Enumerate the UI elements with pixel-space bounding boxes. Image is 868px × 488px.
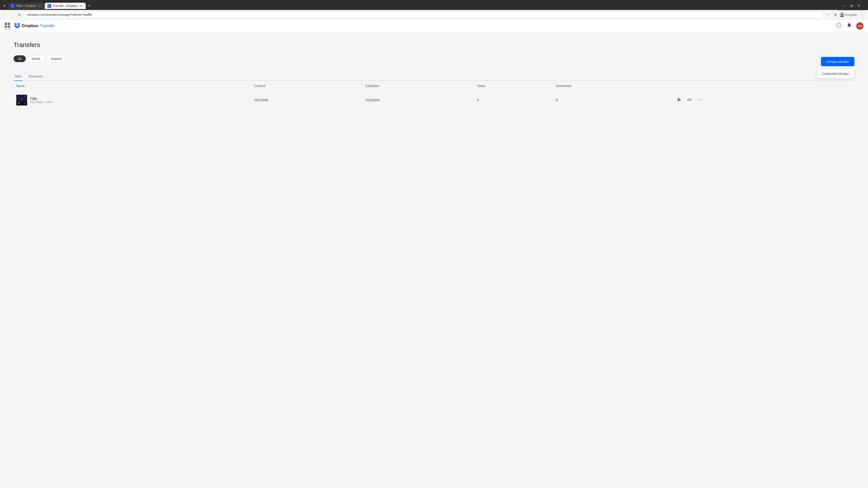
apps-menu-button[interactable] bbox=[4, 22, 10, 30]
svg-point-18 bbox=[18, 98, 18, 98]
svg-text:?: ? bbox=[838, 24, 840, 27]
new-tab-button[interactable]: + bbox=[86, 2, 92, 9]
svg-point-5 bbox=[841, 13, 843, 15]
tab-transfer-close[interactable]: ✕ bbox=[79, 4, 83, 8]
row-actions bbox=[676, 96, 852, 104]
svg-rect-15 bbox=[16, 101, 27, 105]
tab-transfer-label: Transfer - Dropbox bbox=[53, 4, 78, 7]
bookmark-button[interactable]: ☆ bbox=[825, 12, 831, 18]
close-button[interactable]: ✕ bbox=[855, 3, 863, 8]
file-name: 3.jpg bbox=[30, 96, 53, 100]
downloads-cell: 0 bbox=[553, 91, 674, 109]
svg-rect-7 bbox=[5, 23, 7, 25]
split-view-button[interactable]: ⧉ bbox=[833, 12, 838, 18]
logo-product-text: Transfer bbox=[40, 24, 55, 28]
create-transfer-button[interactable]: Create transfer bbox=[821, 57, 855, 66]
url-text: dropbox.com/transfer/manage?referrer=waf… bbox=[28, 13, 819, 17]
customize-design-item[interactable]: Customize design bbox=[816, 69, 854, 78]
app-header: Dropbox Transfer ? LD bbox=[0, 20, 868, 32]
svg-point-6 bbox=[840, 15, 844, 17]
tab-files-close[interactable]: ✕ bbox=[38, 4, 41, 8]
content-tabs: Sent Received bbox=[13, 72, 855, 81]
col-created: Created bbox=[251, 81, 363, 91]
header-right: ? LD bbox=[835, 22, 864, 30]
tab-bar: ▾ D Files - Dropbox ✕ D Transfer - Dr bbox=[0, 0, 868, 10]
col-downloads: Downloads bbox=[553, 81, 674, 91]
file-name-cell: 3.jpg Sent today · 1 item bbox=[13, 91, 251, 109]
main-content: Transfers All Active Expired Create tran… bbox=[0, 32, 868, 488]
tab-sent[interactable]: Sent bbox=[13, 72, 22, 81]
tab-switcher-button[interactable]: ▾ bbox=[2, 3, 7, 9]
filter-bar: All Active Expired bbox=[13, 55, 66, 62]
created-cell: 24/1/2024 bbox=[251, 91, 363, 109]
col-views: Views bbox=[474, 81, 553, 91]
svg-point-23 bbox=[699, 99, 700, 100]
filter-active[interactable]: Active bbox=[28, 55, 45, 62]
tab-files-label: Files - Dropbox bbox=[16, 4, 36, 7]
more-options-button[interactable] bbox=[696, 96, 703, 104]
incognito-button[interactable]: Incognito bbox=[840, 12, 857, 17]
url-bar[interactable]: dropbox.com/transfer/manage?referrer=waf… bbox=[24, 11, 823, 18]
forward-button[interactable]: → bbox=[10, 12, 16, 18]
col-name: Name bbox=[13, 81, 251, 91]
file-info: 3.jpg Sent today · 1 item bbox=[30, 96, 53, 104]
help-button[interactable]: ? bbox=[835, 22, 842, 30]
window-controls: ─ ⧉ ✕ bbox=[837, 1, 866, 10]
svg-text:D: D bbox=[48, 5, 50, 7]
svg-rect-10 bbox=[8, 26, 10, 28]
tab-received[interactable]: Received bbox=[28, 72, 44, 81]
header-left: Dropbox Transfer bbox=[4, 22, 55, 30]
tab-files-favicon: D bbox=[11, 4, 14, 8]
views-cell: 0 bbox=[474, 91, 553, 109]
logo: Dropbox Transfer bbox=[14, 22, 55, 30]
browser-actions: ☆ ⧉ Incognito ⋮ bbox=[825, 12, 865, 18]
table-row: 3.jpg Sent today · 1 item 24/1/2024 31/1… bbox=[13, 91, 855, 109]
avatar[interactable]: LD bbox=[856, 22, 864, 30]
svg-point-17 bbox=[24, 103, 25, 104]
svg-rect-9 bbox=[5, 26, 7, 28]
dropbox-logo-icon bbox=[14, 22, 20, 30]
restore-button[interactable]: ⧉ bbox=[848, 3, 855, 8]
page-title: Transfers bbox=[13, 41, 855, 48]
copy-link-button[interactable] bbox=[686, 96, 692, 104]
notifications-button[interactable] bbox=[846, 22, 852, 30]
right-actions: Create transfer Customize design bbox=[821, 57, 855, 66]
refresh-button[interactable]: ↻ bbox=[17, 12, 22, 18]
svg-point-20 bbox=[21, 96, 21, 96]
row-actions-cell bbox=[674, 91, 855, 109]
create-transfer-dropdown: Customize design bbox=[816, 69, 855, 78]
col-actions bbox=[674, 81, 855, 91]
svg-point-19 bbox=[25, 96, 25, 97]
tab-transfer[interactable]: D Transfer - Dropbox ✕ bbox=[45, 3, 86, 9]
svg-point-16 bbox=[18, 102, 20, 104]
file-thumbnail bbox=[16, 95, 27, 105]
back-button[interactable]: ← bbox=[3, 12, 8, 18]
file-meta: Sent today · 1 item bbox=[30, 101, 53, 104]
svg-rect-8 bbox=[8, 23, 10, 25]
svg-point-22 bbox=[698, 99, 698, 100]
tab-files[interactable]: D Files - Dropbox ✕ bbox=[8, 3, 44, 9]
address-bar: ← → ↻ dropbox.com/transfer/manage?referr… bbox=[0, 10, 868, 20]
browser-window: ▾ D Files - Dropbox ✕ D Transfer - Dr bbox=[0, 0, 868, 488]
svg-point-21 bbox=[26, 98, 26, 99]
table-header-row: Name Created Expiration Views Downloads bbox=[13, 81, 855, 91]
send-button[interactable] bbox=[676, 96, 683, 104]
filter-all[interactable]: All bbox=[13, 55, 26, 62]
svg-point-24 bbox=[700, 99, 701, 100]
more-button[interactable]: ⋮ bbox=[859, 12, 865, 18]
svg-point-14 bbox=[20, 98, 23, 101]
incognito-label: Incognito bbox=[845, 13, 857, 17]
filter-expired[interactable]: Expired bbox=[46, 55, 66, 62]
expiration-cell: 31/1/2024 bbox=[363, 91, 474, 109]
tab-transfer-favicon: D bbox=[48, 4, 51, 8]
logo-dropbox-text: Dropbox bbox=[22, 24, 38, 28]
svg-text:D: D bbox=[11, 5, 13, 7]
col-expiration: Expiration bbox=[363, 81, 474, 91]
minimize-button[interactable]: ─ bbox=[841, 3, 848, 8]
transfers-table: Name Created Expiration Views Downloads bbox=[13, 81, 855, 109]
